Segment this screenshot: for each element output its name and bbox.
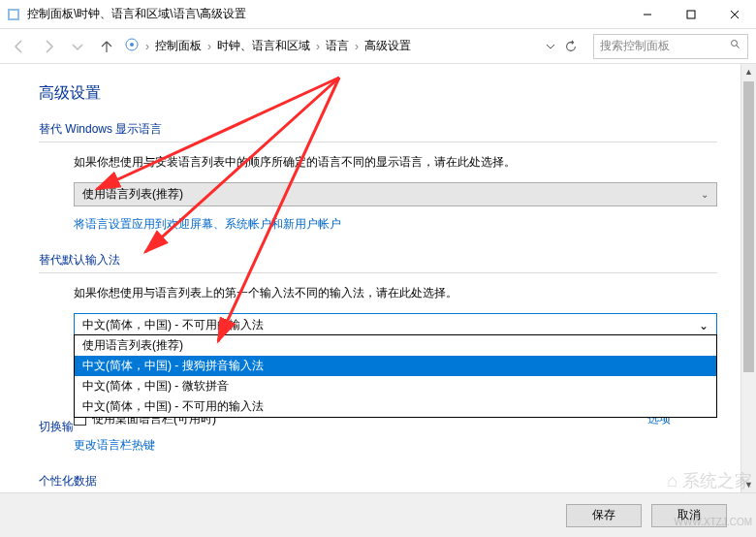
change-hotkey-link[interactable]: 更改语言栏热键 <box>74 438 155 452</box>
window-titlebar: 控制面板\时钟、语言和区域\语言\高级设置 <box>0 0 756 29</box>
vertical-scrollbar[interactable]: ▲ ▼ <box>740 64 756 492</box>
breadcrumb-separator-icon: › <box>355 40 359 53</box>
search-input[interactable]: 搜索控制面板 <box>593 34 748 59</box>
section-header-personalization: 个性化数据 <box>39 473 717 492</box>
dropdown-value: 使用语言列表(推荐) <box>82 186 183 203</box>
apply-to-welcome-link[interactable]: 将语言设置应用到欢迎屏幕、系统帐户和新用户帐户 <box>74 217 341 231</box>
display-language-dropdown[interactable]: 使用语言列表(推荐) ⌄ <box>74 182 717 206</box>
svg-point-7 <box>130 43 134 47</box>
minimize-button[interactable] <box>625 0 669 29</box>
forward-button[interactable] <box>37 35 60 58</box>
refresh-button[interactable] <box>560 36 582 57</box>
close-button[interactable] <box>712 0 756 29</box>
ime-option[interactable]: 中文(简体，中国) - 不可用的输入法 <box>75 396 716 417</box>
breadcrumb-separator-icon: › <box>145 40 149 53</box>
maximize-button[interactable] <box>669 0 712 29</box>
window-title: 控制面板\时钟、语言和区域\语言\高级设置 <box>27 6 625 22</box>
up-button[interactable] <box>95 35 118 58</box>
content-area: 高级设置 替代 Windows 显示语言 如果你想使用与安装语言列表中的顺序所确… <box>0 64 756 492</box>
svg-rect-3 <box>687 11 695 18</box>
address-icon <box>124 37 140 55</box>
search-placeholder: 搜索控制面板 <box>600 38 670 54</box>
navigation-bar: › 控制面板 › 时钟、语言和区域 › 语言 › 高级设置 搜索控制面板 <box>0 29 756 64</box>
section1-description: 如果你想使用与安装语言列表中的顺序所确定的语言不同的显示语言，请在此处选择。 <box>74 154 717 171</box>
scroll-down-icon[interactable]: ▼ <box>741 477 756 492</box>
scroll-up-icon[interactable]: ▲ <box>741 64 756 79</box>
breadcrumb-separator-icon: › <box>316 40 320 53</box>
chevron-down-icon: ⌄ <box>701 189 709 200</box>
breadcrumb-item[interactable]: 控制面板 <box>155 38 202 54</box>
section2-description: 如果你想使用与语言列表上的第一个输入法不同的输入法，请在此处选择。 <box>74 285 717 301</box>
app-icon <box>6 7 21 22</box>
scroll-thumb[interactable] <box>743 81 754 372</box>
breadcrumb-item[interactable]: 高级设置 <box>364 38 411 54</box>
ime-option[interactable]: 中文(简体，中国) - 微软拼音 <box>75 376 716 396</box>
cancel-button[interactable]: 取消 <box>651 504 727 527</box>
section-header-default-ime: 替代默认输入法 <box>39 252 717 273</box>
svg-rect-1 <box>10 11 17 18</box>
address-dropdown-icon[interactable] <box>543 39 558 54</box>
dropdown-value: 中文(简体，中国) - 不可用的输入法 <box>82 317 264 333</box>
address-bar[interactable]: › 控制面板 › 时钟、语言和区域 › 语言 › 高级设置 <box>124 37 537 55</box>
save-button[interactable]: 保存 <box>566 504 642 527</box>
ime-option[interactable]: 使用语言列表(推荐) <box>75 335 716 356</box>
page-title: 高级设置 <box>39 83 717 104</box>
chevron-down-icon: ⌄ <box>699 319 709 332</box>
ime-dropdown-list: 使用语言列表(推荐) 中文(简体，中国) - 搜狗拼音输入法 中文(简体，中国)… <box>74 334 717 418</box>
history-dropdown-icon[interactable] <box>66 35 89 58</box>
breadcrumb-separator-icon: › <box>207 40 211 53</box>
section-header-display-language: 替代 Windows 显示语言 <box>39 121 717 142</box>
breadcrumb-item[interactable]: 语言 <box>326 38 349 54</box>
search-icon <box>730 39 741 53</box>
svg-line-9 <box>737 46 740 48</box>
svg-point-8 <box>732 41 738 47</box>
back-button[interactable] <box>8 35 31 58</box>
ime-option-selected[interactable]: 中文(简体，中国) - 搜狗拼音输入法 <box>75 356 716 376</box>
footer-bar: 保存 取消 <box>0 492 756 537</box>
breadcrumb-item[interactable]: 时钟、语言和区域 <box>217 38 310 54</box>
